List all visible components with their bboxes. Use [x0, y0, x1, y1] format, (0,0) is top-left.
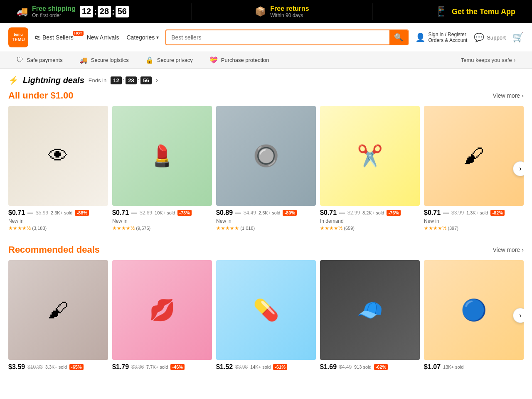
product-price: $3.59 — [8, 363, 25, 371]
returns-sub: Within 90 days — [270, 12, 309, 18]
under-one-header: All under $1.00 View more › — [8, 90, 524, 101]
price-dash: — — [339, 209, 345, 216]
product-image: 🔵 — [424, 260, 524, 360]
secure-privacy-label: Secure privacy — [157, 57, 193, 63]
product-status: New in — [112, 218, 212, 224]
recommended-product-card[interactable]: 🖌 $3.59 $10.33 3.3K+ sold -65% — [8, 260, 108, 371]
under-one-product-card[interactable]: 👁 $0.71 — $5.99 2.3K+ sold -88% New in ★… — [8, 106, 108, 231]
deals-chevron-icon[interactable]: › — [156, 76, 158, 84]
search-input[interactable] — [166, 30, 389, 44]
phone-icon: 📱 — [435, 6, 448, 17]
recommended-product-card[interactable]: 🧢 $1.69 $4.49 913 sold -62% — [320, 260, 420, 371]
product-image: ✂️ — [320, 106, 420, 206]
nav-links: 🛍 Best Sellers HOT New Arrivals Categori… — [35, 34, 159, 41]
recommended-section: Recommended deals View more › 🖌 $3.59 $1… — [8, 244, 524, 371]
review-count: (397) — [448, 226, 458, 231]
original-price: $3.98 — [235, 364, 248, 370]
categories-label: Categories — [127, 34, 155, 41]
discount-badge: -46% — [170, 364, 185, 370]
product-price: $0.71 — [112, 209, 129, 217]
secure-logistics-label: Secure logistics — [91, 57, 129, 63]
product-price: $1.69 — [320, 363, 337, 371]
sign-in-label: Sign in / Register — [428, 32, 467, 37]
support-icon: 💬 — [474, 32, 484, 42]
under-one-product-card[interactable]: ✂️ $0.71 — $2.99 8.2K+ sold -76% In dema… — [320, 106, 420, 231]
product-stars: ★★★★½ (3,183) — [8, 225, 108, 231]
categories-link[interactable]: Categories ▾ — [127, 34, 159, 41]
recommended-header: Recommended deals View more › — [8, 244, 524, 255]
under-one-view-more[interactable]: View more › — [493, 92, 524, 99]
recommended-product-grid: 🖌 $3.59 $10.33 3.3K+ sold -65% 💋 $1.79 $… — [8, 260, 524, 371]
lightning-deals-title: Lightning deals — [23, 76, 84, 85]
price-dash: — — [131, 209, 137, 216]
new-arrivals-label: New Arrivals — [87, 34, 119, 41]
product-image: 🖌 — [424, 106, 524, 206]
main-content: ⚡ Lightning deals Ends in 12 : 28 : 56 ›… — [0, 69, 532, 377]
trust-more-chevron-icon: › — [514, 57, 515, 63]
recommended-product-card[interactable]: 🔵 $1.07 13K+ sold — [424, 260, 524, 371]
search-button[interactable]: 🔍 — [389, 30, 408, 44]
trust-secure-logistics: 🚚 Secure logistics — [79, 56, 129, 64]
timer-m: 28 — [98, 6, 111, 17]
search-bar: 🔍 — [165, 30, 409, 45]
lock-icon: 🔒 — [145, 56, 154, 64]
under-one-product-grid: 👁 $0.71 — $5.99 2.3K+ sold -88% New in ★… — [8, 106, 524, 231]
product-image: 👁 — [8, 106, 108, 206]
trust-more-link[interactable]: Temu keeps you safe › — [461, 57, 515, 63]
product-price: $1.07 — [424, 363, 441, 371]
lightning-icon: ⚡ — [8, 75, 19, 85]
price-row: $0.71 — $2.69 10K+ sold -73% — [112, 209, 212, 217]
recommended-product-card[interactable]: 💋 $1.79 $3.36 7.7K+ sold -46% — [112, 260, 212, 371]
view-more-text: View more — [493, 92, 520, 99]
price-dash: — — [27, 209, 33, 216]
sold-count: 10K+ sold — [155, 210, 175, 215]
under-one-product-card[interactable]: 🔘 $0.89 — $4.49 2.5K+ sold -80% New in ★… — [216, 106, 316, 231]
recommended-view-more-text: View more — [493, 246, 520, 253]
price-row: $1.52 $3.98 14K+ sold -61% — [216, 363, 316, 371]
review-count: (9,575) — [136, 226, 150, 231]
recommended-view-more[interactable]: View more › — [493, 246, 524, 253]
orders-label: Orders & Account — [428, 37, 467, 43]
under-one-product-card[interactable]: 💄 $0.71 — $2.69 10K+ sold -73% New in ★★… — [112, 106, 212, 231]
price-row: $0.89 — $4.49 2.5K+ sold -80% — [216, 209, 316, 217]
sold-count: 3.3K+ sold — [45, 365, 67, 369]
sold-count: 1.3K+ sold — [466, 210, 488, 215]
sold-count: 7.7K+ sold — [146, 365, 168, 369]
banner-divider-2 — [372, 3, 372, 20]
product-price: $1.52 — [216, 363, 233, 371]
best-sellers-link[interactable]: 🛍 Best Sellers HOT — [35, 34, 79, 41]
product-stars: ★★★★★ (1,018) — [216, 225, 316, 231]
under-one-product-card[interactable]: 🖌 $0.71 — $3.99 1.3K+ sold -82% New in ★… — [424, 106, 524, 231]
shield-icon: 🛡 — [17, 57, 23, 64]
trust-safe-payments: 🛡 Safe payments — [17, 57, 63, 64]
discount-badge: -82% — [490, 210, 505, 216]
app-cta-text: Get the Temu App — [452, 7, 515, 16]
sold-count: 2.3K+ sold — [51, 210, 72, 215]
original-price: $4.49 — [244, 210, 256, 216]
price-row: $0.71 — $5.99 2.3K+ sold -88% — [8, 209, 108, 217]
trust-bar: 🛡 Safe payments 🚚 Secure logistics 🔒 Sec… — [0, 52, 532, 69]
cart-icon[interactable]: 🛒 — [512, 32, 524, 43]
get-app-banner[interactable]: 📱 Get the Temu App — [435, 6, 515, 17]
discount-badge: -88% — [75, 210, 89, 216]
under-one-title: All under $1.00 — [8, 90, 74, 101]
truck-icon: 🚚 — [79, 56, 88, 64]
product-image: 🖌 — [8, 260, 108, 360]
shipping-sub: On first order — [32, 12, 76, 18]
lightning-timer: 12 : 28 : 56 — [111, 76, 152, 84]
shipping-main: Free shipping — [32, 5, 76, 12]
free-returns-banner: 📦 Free returns Within 90 days — [255, 5, 309, 18]
sold-count: 14K+ sold — [250, 365, 271, 369]
trust-purchase-protection: 💝 Purchase protection — [209, 56, 269, 64]
sign-in-link[interactable]: 👤 Sign in / Register Orders & Account — [415, 32, 467, 43]
recommended-product-card[interactable]: 💊 $1.52 $3.98 14K+ sold -61% — [216, 260, 316, 371]
product-price: $1.79 — [112, 363, 129, 371]
price-row: $1.07 13K+ sold — [424, 363, 524, 371]
support-link[interactable]: 💬 Support — [474, 32, 506, 42]
deal-timer-h: 12 — [111, 76, 121, 84]
temu-logo[interactable]: temu TEMU — [8, 27, 28, 47]
new-arrivals-link[interactable]: New Arrivals — [87, 34, 119, 41]
shipping-icon: 🚚 — [17, 6, 28, 17]
top-banner: 🚚 Free shipping On first order 12 : 28 :… — [0, 0, 532, 23]
product-image: 🧢 — [320, 260, 420, 360]
